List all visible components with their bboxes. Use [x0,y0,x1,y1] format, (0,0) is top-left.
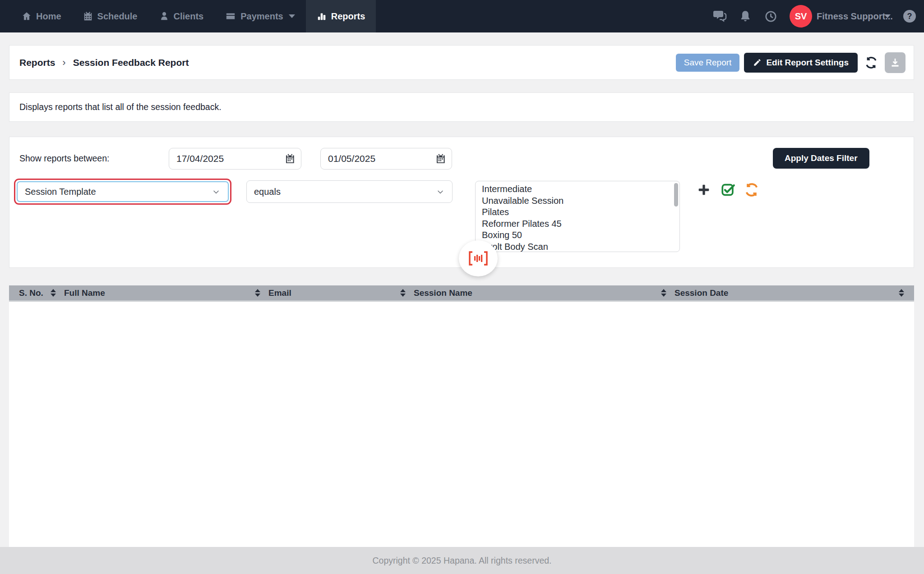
column-label: Session Name [414,288,472,298]
sort-icon[interactable] [400,289,406,297]
chevron-down-icon [436,187,445,196]
sort-icon[interactable] [899,289,904,297]
reset-options-button[interactable] [743,181,760,198]
list-item[interactable]: Intermediate [482,184,673,195]
list-scrollbar[interactable] [674,183,678,207]
column-header-session-date[interactable]: Session Date [675,288,904,298]
nav-item-reports[interactable]: Reports [306,0,376,32]
chevron-down-icon [212,187,221,196]
date-to-input[interactable] [328,153,435,164]
top-navbar: Home Schedule Clients Payments Reports [0,0,924,32]
session-options-list[interactable]: Intermediate Unavailable Session Pilates… [475,181,680,252]
calendar-icon [83,11,93,21]
avatar-initials: SV [795,11,807,22]
list-item[interactable]: Pilates [482,207,673,218]
breadcrumb-separator: › [62,57,65,69]
page-title: Session Feedback Report [73,57,189,68]
column-label: S. No. [19,288,43,298]
field-select-highlight: Session Template [14,179,231,205]
messages-button[interactable] [707,0,733,32]
chat-icon [713,10,727,23]
person-icon [159,11,169,21]
bell-icon [739,10,751,23]
select-all-button[interactable] [720,181,737,198]
clock-icon [765,10,777,23]
page-footer: Copyright © 2025 Hapana. All rights rese… [0,547,924,574]
breadcrumb-reports-link[interactable]: Reports [19,57,55,68]
notifications-button[interactable] [733,0,758,32]
show-reports-label: Show reports between: [19,153,109,164]
nav-item-schedule[interactable]: Schedule [72,0,148,32]
nav-payments-label: Payments [240,11,283,22]
column-header-email[interactable]: Email [268,288,414,298]
nav-item-home[interactable]: Home [11,0,72,32]
list-item[interactable]: Evolt Body Scan [482,241,673,253]
date-from-input[interactable] [176,153,285,164]
calendar-icon [285,153,296,165]
refresh-report-button[interactable] [862,53,880,73]
report-field-select[interactable]: Session Template [17,181,229,202]
column-header-sno[interactable]: S. No. [19,288,64,298]
credit-card-icon [225,11,236,21]
list-item[interactable]: Boxing 50 [482,230,673,241]
column-header-full-name[interactable]: Full Name [64,288,268,298]
calendar-icon [435,153,446,165]
bar-chart-icon [317,11,327,21]
account-chevron-down-icon[interactable] [884,14,891,18]
sort-icon[interactable] [51,289,56,297]
copyright-text: Copyright © 2025 Hapana. All rights rese… [373,556,552,566]
download-icon [890,57,901,68]
sort-icon[interactable] [661,289,666,297]
help-icon: ? [907,12,912,21]
refresh-icon [864,56,878,69]
column-header-session-name[interactable]: Session Name [414,288,675,298]
edit-report-settings-button[interactable]: Edit Report Settings [744,53,858,73]
apply-dates-filter-label: Apply Dates Filter [785,153,858,163]
column-label: Email [268,288,291,298]
nav-item-payments[interactable]: Payments [214,0,306,32]
report-field-value: Session Template [25,187,96,197]
operator-select[interactable]: equals [246,180,453,203]
nav-reports-label: Reports [331,11,365,22]
list-item[interactable]: Unavailable Session [482,195,673,207]
report-description-card: Displays reports that list all of the se… [9,92,914,122]
nav-clients-label: Clients [174,11,204,22]
results-table-header: S. No. Full Name Email Session Name Sess… [9,285,914,302]
breadcrumb: Reports › Session Feedback Report [19,57,189,69]
download-report-button[interactable] [885,52,906,73]
sync-icon [744,182,759,197]
pencil-icon [753,58,762,67]
results-table-body [9,302,914,547]
nav-home-label: Home [36,11,61,22]
save-report-button[interactable]: Save Report [676,54,740,72]
apply-dates-filter-button[interactable]: Apply Dates Filter [773,148,869,169]
nav-item-clients[interactable]: Clients [148,0,215,32]
chevron-down-icon [289,14,295,18]
page-header-card: Reports › Session Feedback Report Save R… [9,45,914,80]
home-icon [22,11,32,21]
sort-icon[interactable] [255,289,260,297]
operator-value: equals [254,187,281,197]
nav-schedule-label: Schedule [97,11,138,22]
save-report-label: Save Report [684,58,732,68]
column-label: Full Name [64,288,105,298]
avatar[interactable]: SV [790,5,812,28]
list-item[interactable]: Reformer Pilates 45 [482,218,673,230]
help-button[interactable]: ? [903,10,916,23]
plus-icon [697,183,711,197]
check-square-icon [721,182,736,197]
barcode-loader-icon [467,250,489,266]
history-button[interactable] [758,0,783,32]
column-label: Session Date [675,288,728,298]
loading-spinner [459,240,498,276]
report-description: Displays reports that list all of the se… [19,102,222,112]
date-from-field[interactable] [169,148,301,170]
edit-report-settings-label: Edit Report Settings [766,58,849,68]
header-actions: Save Report Edit Report Settings [676,52,906,73]
nav-menu: Home Schedule Clients Payments Reports [11,0,376,32]
navbar-right: SV Fitness Support... ? [707,0,916,32]
add-filter-button[interactable] [695,181,712,198]
date-to-field[interactable] [320,148,452,170]
account-name[interactable]: Fitness Support... [817,11,880,22]
